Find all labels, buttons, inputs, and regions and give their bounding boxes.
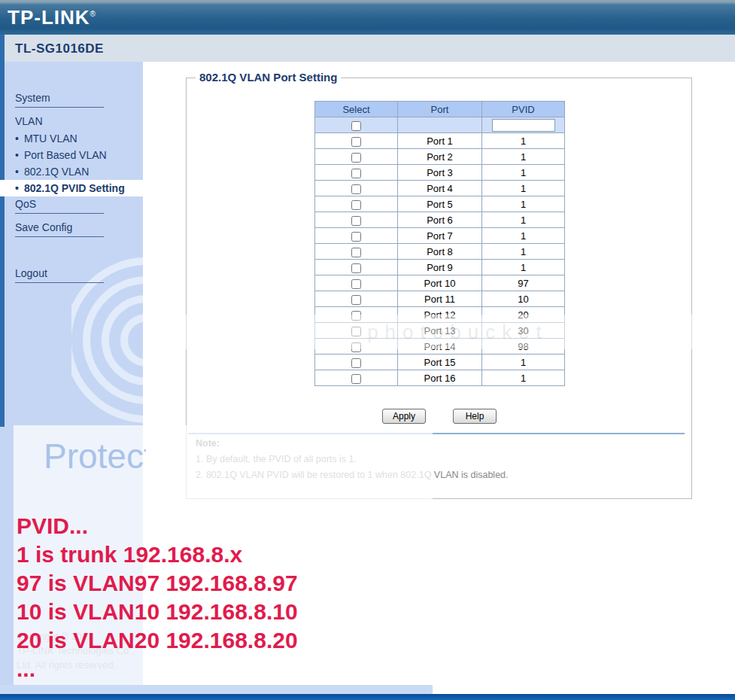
- sidebar-item-system[interactable]: System: [15, 90, 104, 108]
- annotation-text: PVID...1 is trunk 192.168.8.x97 is VLAN9…: [17, 512, 298, 683]
- sidebar-item-qos[interactable]: QoS: [15, 196, 104, 214]
- column-header-port: Port: [398, 102, 482, 117]
- table-header-row: Select Port PVID: [315, 102, 565, 117]
- port-select-checkbox[interactable]: [351, 184, 361, 194]
- sidebar-item-label: 802.1Q VLAN: [24, 166, 89, 178]
- apply-button[interactable]: Apply: [382, 409, 426, 424]
- table-row: Port 1097: [315, 275, 565, 291]
- filter-port-cell: [398, 117, 482, 133]
- table-row: Port 161: [315, 370, 565, 386]
- pvid-value: 1: [482, 244, 565, 260]
- table-row: Port 51: [315, 196, 565, 212]
- table-row: Port 11: [315, 133, 565, 149]
- port-label: Port 7: [398, 228, 482, 244]
- table-row: Port 21: [315, 149, 565, 165]
- sidebar-item-mtu-vlan[interactable]: •MTU VLAN: [15, 130, 143, 147]
- column-header-select: Select: [315, 102, 398, 117]
- bullet-icon: •: [15, 182, 19, 194]
- port-label: Port 15: [398, 355, 482, 370]
- port-select-checkbox[interactable]: [351, 263, 361, 273]
- pvid-value: 1: [482, 165, 565, 181]
- model-band: TL-SG1016DE: [0, 35, 735, 62]
- pvid-value: 1: [482, 212, 565, 228]
- watermark-band-text: photobucket: [181, 321, 735, 344]
- watermark-text: Protect: [44, 436, 146, 476]
- pvid-value: 1: [482, 181, 565, 196]
- select-all-checkbox[interactable]: [351, 121, 361, 131]
- sidebar-item-label: Port Based VLAN: [24, 149, 107, 161]
- pvid-value: 1: [482, 149, 565, 165]
- table-row: Port 41: [315, 181, 565, 196]
- annotation-line: ...: [17, 655, 298, 683]
- port-label: Port 4: [398, 181, 482, 196]
- bottom-bar: [0, 694, 735, 700]
- sidebar-nav: SystemVLAN•MTU VLAN•Port Based VLAN•802.…: [0, 90, 143, 289]
- port-select-checkbox[interactable]: [351, 295, 361, 305]
- port-select-checkbox[interactable]: [351, 153, 361, 163]
- sidebar-item-save-config[interactable]: Save Config: [15, 220, 104, 237]
- bullet-icon: •: [15, 132, 19, 145]
- annotation-line: 10 is VLAN10 192.168.8.10: [17, 598, 298, 626]
- port-label: Port 8: [398, 244, 482, 260]
- port-select-checkbox[interactable]: [351, 200, 361, 210]
- port-label: Port 6: [398, 212, 482, 228]
- pvid-value: 1: [482, 196, 565, 212]
- annotation-line: PVID...: [17, 512, 298, 540]
- pvid-input[interactable]: [492, 119, 555, 132]
- port-select-checkbox[interactable]: [351, 216, 361, 226]
- column-header-pvid: PVID: [482, 102, 565, 117]
- annotation-line: 97 is VLAN97 192.168.8.97: [17, 569, 298, 598]
- port-select-checkbox[interactable]: [351, 248, 361, 257]
- port-select-checkbox[interactable]: [351, 137, 361, 147]
- nav-spacer: [0, 243, 143, 266]
- sidebar-item-label: 802.1Q PVID Setting: [24, 182, 125, 194]
- port-select-checkbox[interactable]: [351, 358, 361, 368]
- table-row: Port 81: [315, 244, 565, 260]
- page-title: 802.1Q VLAN Port Setting: [196, 71, 341, 84]
- port-label: Port 5: [398, 196, 482, 212]
- tp-link-logo: TP-LINK®: [8, 6, 96, 29]
- table-row: Port 151: [315, 355, 565, 370]
- port-select-checkbox[interactable]: [351, 374, 361, 384]
- bullet-icon: •: [15, 166, 19, 178]
- annotation-line: 1 is trunk 192.168.8.x: [17, 540, 298, 569]
- port-select-checkbox[interactable]: [351, 169, 361, 178]
- bullet-icon: •: [15, 149, 19, 161]
- pvid-value: 1: [482, 370, 565, 386]
- port-select-checkbox[interactable]: [351, 232, 361, 242]
- table-row: Port 1110: [315, 291, 565, 307]
- port-label: Port 3: [398, 165, 482, 181]
- pvid-value: 10: [482, 291, 565, 307]
- port-select-checkbox[interactable]: [351, 279, 361, 289]
- help-button[interactable]: Help: [453, 409, 497, 424]
- pvid-value: 1: [482, 355, 565, 370]
- sidebar-item-port-based-vlan[interactable]: •Port Based VLAN: [15, 147, 143, 163]
- filter-row: [315, 117, 565, 133]
- sidebar-item-802-1q-pvid-setting[interactable]: •802.1Q PVID Setting: [0, 180, 143, 196]
- port-label: Port 9: [398, 260, 482, 275]
- pvid-value: 1: [482, 260, 565, 275]
- pvid-value: 1: [482, 228, 565, 244]
- port-label: Port 10: [398, 275, 482, 291]
- port-label: Port 2: [398, 149, 482, 165]
- overlay-footer-strip: [0, 685, 433, 694]
- sidebar-item-label: MTU VLAN: [24, 132, 77, 145]
- table-row: Port 61: [315, 212, 565, 228]
- device-model: TL-SG1016DE: [15, 41, 104, 56]
- port-label: Port 16: [398, 370, 482, 386]
- sidebar-item-logout[interactable]: Logout: [15, 266, 104, 283]
- table-row: Port 31: [315, 165, 565, 181]
- pvid-value: 97: [482, 275, 565, 291]
- annotation-line: 20 is VLAN20 192.168.8.20: [17, 626, 298, 655]
- sidebar-item-vlan: VLAN: [15, 114, 143, 129]
- table-row: Port 71: [315, 228, 565, 244]
- sidebar-item-802-1q-vlan[interactable]: •802.1Q VLAN: [15, 163, 143, 180]
- table-row: Port 91: [315, 260, 565, 275]
- pvid-value: 1: [482, 133, 565, 149]
- header-bar: TP-LINK®: [0, 0, 735, 35]
- watermark-band: photobucket: [181, 315, 735, 349]
- port-label: Port 11: [398, 291, 482, 307]
- port-label: Port 1: [398, 133, 482, 149]
- registered-mark: ®: [90, 10, 96, 18]
